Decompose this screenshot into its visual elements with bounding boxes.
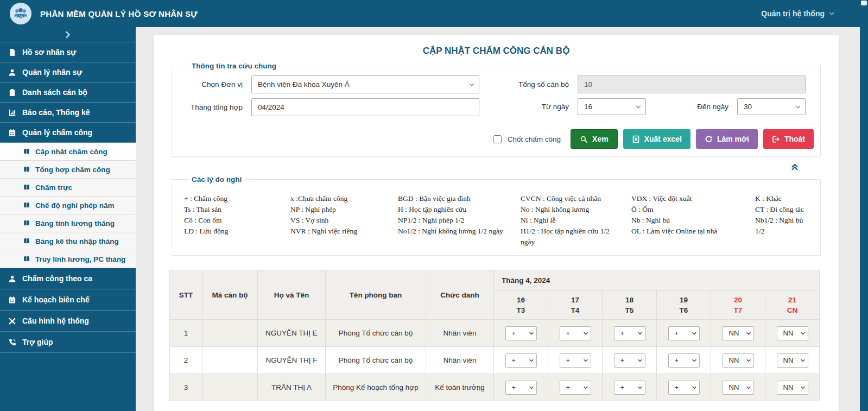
submenu-item-truy-linh-luong-pc-thang[interactable]: Truy lĩnh lương, PC tháng xyxy=(0,250,136,268)
reason-item: Ts : Thai sản xyxy=(184,204,290,215)
submenu-item-label: Truy lĩnh lương, PC tháng xyxy=(35,255,125,263)
sidebar-item-ke-hoach-bien-che[interactable]: Kế hoạch biên chế xyxy=(0,289,136,311)
book-icon xyxy=(23,255,30,263)
collapse-panel-button[interactable] xyxy=(167,157,825,174)
attendance-select[interactable]: NN xyxy=(777,326,808,340)
exit-button[interactable]: Thoát xyxy=(763,129,814,149)
reason-item: OL : Làm việc Online tại nhà xyxy=(631,226,755,237)
page-title: CẬP NHẬT CHẤM CÔNG CÁN BỘ xyxy=(167,46,825,56)
col-header-ho-va-ten: Họ và Tên xyxy=(258,270,326,320)
attendance-select[interactable]: + xyxy=(505,326,537,340)
book-icon xyxy=(23,148,30,155)
reasons-grid: + : Chấm công Ts : Thai sản Cô : Con ốm … xyxy=(176,189,816,248)
reason-item: + : Chấm công xyxy=(184,193,290,204)
cell-dept: Phòng Tổ chức cán bộ xyxy=(326,347,426,374)
tools-icon xyxy=(8,317,16,325)
attendance-select[interactable]: NN xyxy=(723,353,754,368)
reason-item: VS : Vợ sinh xyxy=(290,215,398,226)
attendance-select[interactable]: + xyxy=(505,381,537,395)
attendance-select[interactable]: + xyxy=(668,353,700,368)
submenu-item-label: Tổng hợp chấm công xyxy=(35,166,110,174)
reason-item: Nb : Nghỉ bù xyxy=(631,215,755,226)
day-header-weekend: 20T7 xyxy=(711,291,765,320)
reasons-column: + : Chấm công Ts : Thai sản Cô : Con ốm … xyxy=(184,193,290,248)
attendance-select[interactable]: + xyxy=(668,381,700,395)
attendance-select[interactable]: + xyxy=(505,353,537,368)
view-button[interactable]: Xem xyxy=(571,129,618,149)
sidebar-item-danh-sach-can-bo[interactable]: Danh sách cán bộ xyxy=(0,83,136,103)
admin-menu[interactable]: Quản trị hệ thống xyxy=(761,9,835,18)
app-title: PHẦN MỀM QUẢN LÝ HỒ SƠ NHÂN SỰ xyxy=(40,9,198,18)
sidebar-item-label: Cấu hình hệ thống xyxy=(22,317,89,325)
sidebar: Hồ sơ nhân sự Quản lý nhân sự Danh sách … xyxy=(0,27,136,411)
admin-menu-label: Quản trị hệ thống xyxy=(761,9,825,18)
sidebar-item-tro-giup[interactable]: Trợ giúp xyxy=(0,332,136,353)
day-header: 17T4 xyxy=(548,291,603,320)
sidebar-item-cau-hinh-he-thong[interactable]: Cấu hình hệ thống xyxy=(0,311,136,332)
book-icon xyxy=(23,219,30,227)
refresh-button[interactable]: Làm mới xyxy=(696,129,758,149)
cell-code xyxy=(202,320,258,347)
reason-item: H : Học tập nghiên cứu xyxy=(398,204,521,215)
cell-title: Nhân viên xyxy=(426,347,494,374)
reason-item: VDX : Việc đột xuất xyxy=(631,193,755,204)
attendance-select[interactable]: + xyxy=(614,326,645,340)
reason-item: Ô : Ốm xyxy=(631,204,755,215)
sign-out-icon xyxy=(772,135,780,143)
unit-select[interactable]: Bệnh viện Đa khoa Xuyên Á xyxy=(251,75,479,93)
cell-name: NGUYỄN THỊ F xyxy=(258,347,326,374)
attendance-table: STT Mã cán bộ Họ và Tên Tên phòng ban Ch… xyxy=(169,270,820,401)
sidebar-item-quan-ly-nhan-su[interactable]: Quản lý nhân sự xyxy=(0,62,136,83)
submenu-item-cap-nhat-cham-cong[interactable]: Cập nhật chấm công xyxy=(0,143,136,161)
scrollbar-track[interactable] xyxy=(860,0,868,411)
submenu-item-label: Chế độ nghỉ phép năm xyxy=(35,201,115,210)
submenu-item-label: Chấm trực xyxy=(35,184,72,192)
sidebar-collapse-button[interactable] xyxy=(0,27,136,42)
cell-name: TRẦN THỊ A xyxy=(258,374,326,401)
attendance-select[interactable]: + xyxy=(560,381,591,395)
month-input[interactable] xyxy=(251,98,479,116)
reason-item: NP1/2 : Nghỉ phép 1/2 xyxy=(398,215,521,226)
refresh-icon xyxy=(705,135,713,143)
reason-item: LĐ : Lưu động xyxy=(184,226,290,237)
table-row: 1 NGUYỄN THỊ E Phòng Tổ chức cán bộ Nhân… xyxy=(170,320,820,347)
reason-item: Cô : Con ốm xyxy=(184,215,290,226)
reasons-column: VDX : Việc đột xuất Ô : Ốm Nb : Nghỉ bù … xyxy=(631,193,755,248)
sidebar-item-cham-cong-theo-ca[interactable]: Chấm công theo ca xyxy=(0,268,136,289)
chevron-right-icon xyxy=(64,30,72,39)
attendance-select[interactable]: + xyxy=(560,326,591,340)
sidebar-item-ho-so-nhan-su[interactable]: Hồ sơ nhân sự xyxy=(0,42,136,62)
reason-item: CVCN : Công việc cá nhân xyxy=(521,193,631,204)
submenu-item-tong-hop-cham-cong[interactable]: Tổng hợp chấm công xyxy=(0,161,136,179)
unit-label: Chọn Đơn vị xyxy=(176,80,251,88)
attendance-select[interactable]: + xyxy=(614,381,645,395)
submenu-item-cham-truc[interactable]: Chấm trực xyxy=(0,179,136,197)
submenu-item-che-do-nghi-phep-nam[interactable]: Chế độ nghỉ phép năm xyxy=(0,197,136,214)
reason-item: No : Nghỉ không lương xyxy=(521,204,631,215)
actions-row: Chốt chấm công Xem Xuất excel Làm mới xyxy=(176,129,816,149)
attendance-select[interactable]: NN xyxy=(723,381,754,395)
col-header-ten-phong-ban: Tên phòng ban xyxy=(326,270,426,320)
attendance-select[interactable]: NN xyxy=(723,326,754,340)
attendance-select[interactable]: + xyxy=(668,326,700,340)
submenu-item-bang-tinh-luong-thang[interactable]: Bảng tính lương tháng xyxy=(0,214,136,232)
sidebar-item-quan-ly-cham-cong[interactable]: Quản lý chấm công xyxy=(0,123,136,143)
submenu-item-bang-ke-thu-nhap-thang[interactable]: Bảng kê thu nhập tháng xyxy=(0,232,136,250)
attendance-select[interactable]: NN xyxy=(777,381,808,395)
attendance-select[interactable]: NN xyxy=(777,353,808,368)
book-icon xyxy=(23,201,30,209)
from-day-select[interactable]: 16 xyxy=(578,98,646,115)
lock-attendance-checkbox[interactable] xyxy=(493,135,502,143)
to-day-select[interactable]: 30 xyxy=(737,98,806,115)
chevron-down-icon xyxy=(828,10,835,17)
attendance-select[interactable]: + xyxy=(614,353,645,368)
app-logo xyxy=(10,3,31,24)
scrollbar-thumb[interactable] xyxy=(861,1,867,5)
attendance-select[interactable]: + xyxy=(560,353,591,368)
clipboard-icon xyxy=(8,88,16,97)
sidebar-item-label: Hồ sơ nhân sự xyxy=(22,48,76,56)
export-excel-button[interactable]: Xuất excel xyxy=(623,129,690,149)
sidebar-item-bao-cao-thong-ke[interactable]: Báo cáo, Thống kê xyxy=(0,103,136,123)
from-day-label: Từ ngày xyxy=(496,103,578,111)
sidebar-item-label: Báo cáo, Thống kê xyxy=(22,108,90,117)
